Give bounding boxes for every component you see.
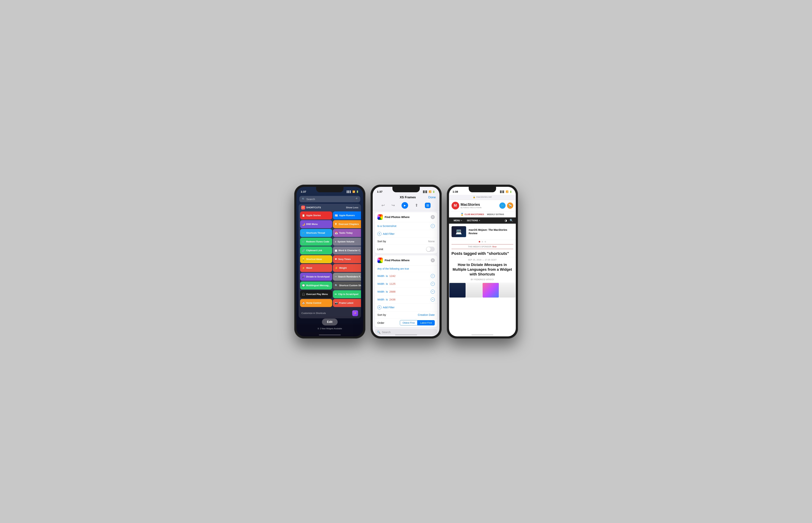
redo-icon[interactable]: ↪ [391, 203, 395, 208]
shortcut-shortcuts-thread[interactable]: 🐦 Shortcuts Thread [300, 229, 332, 237]
widget-header: ⚡ SHORTCUTS Show Less [299, 204, 361, 211]
dot-3[interactable] [484, 241, 486, 242]
club-label: CLUB MACSTORIES [464, 213, 484, 215]
customize-label[interactable]: Customize in Shortcuts [301, 312, 326, 314]
oldest-first-btn[interactable]: Oldest First [400, 320, 418, 325]
wifi-icon-2: 📶 [429, 191, 431, 193]
brightness-icon[interactable]: ◑ [505, 219, 507, 222]
limit-toggle-1[interactable] [426, 247, 435, 252]
shortcut-icon: 🔍 [335, 284, 338, 287]
filter-width-1125[interactable]: Width is 1125 − [375, 280, 437, 288]
search-icon-xs: 🔍 [377, 330, 381, 334]
xs-done-btn[interactable]: Done [428, 196, 436, 199]
add-filter-row-2[interactable]: + Add Filter [375, 304, 437, 311]
shortcut-overcast-chapters[interactable]: 🎙 Overcast Chapters [333, 220, 361, 228]
shortcut-home-control[interactable]: 🏠 Home Control [300, 299, 332, 307]
rss-icon[interactable]: 📡 [507, 202, 513, 209]
share-icon[interactable]: ⬆ [415, 203, 418, 208]
battery-icon-3: 🔋 [509, 191, 512, 193]
order-label: Order [377, 321, 384, 324]
shortcut-label: Tasks Today [339, 232, 353, 234]
limit-label-1: Limit [377, 248, 383, 251]
mic-icon-1: 🎤 [354, 197, 358, 201]
shortcut-icon: ··· [335, 275, 337, 278]
home-indicator-3 [472, 335, 493, 335]
photos-icon-1 [377, 214, 383, 220]
shortcut-dnd-menu[interactable]: 🌙 DND Menu [300, 220, 332, 228]
signal-icon-3: ▌▌▌ [500, 191, 505, 193]
sponsor-link[interactable]: Bear [492, 246, 497, 248]
nav-menu[interactable]: MENU ▼ [452, 217, 465, 224]
shortcut-dictate[interactable]: 🎤 Dictate to Scratchpad [300, 273, 332, 281]
carousel-dots [449, 240, 516, 244]
remove-filter-btn[interactable]: − [431, 274, 435, 278]
shortcut-clipboard-link[interactable]: 🔗 Clipboard Link [300, 247, 332, 254]
sort-row-1[interactable]: Sort by None [375, 238, 437, 245]
show-less-btn[interactable]: Show Less [346, 206, 358, 209]
undo-icon[interactable]: ↩ [382, 203, 385, 208]
status-icons-1: ▌▌▌ 📶 🔋 [347, 191, 359, 193]
article-title[interactable]: How to Dictate iMessages in Multiple Lan… [449, 262, 516, 278]
shortcuts-grid: 📋 Apple Stories 📰 Apple Rumors 🌙 DND Men… [299, 211, 361, 309]
dot-1[interactable] [479, 241, 480, 242]
filter-width-2436[interactable]: Width is 2436 − [375, 296, 437, 304]
shortcut-icon: 🐦 [302, 232, 305, 234]
shortcut-label: DND Menu [306, 223, 318, 226]
club-icon: 🏅 [460, 213, 463, 216]
shortcut-redeem-itunes[interactable]: 🛒 Redeem iTunes Code [300, 238, 332, 246]
sort-row-2[interactable]: Sort by Creation Date [375, 311, 437, 318]
action-close-btn-2[interactable]: ✕ [431, 258, 435, 262]
add-filter-row-1[interactable]: + Add Filter [375, 230, 437, 238]
play-button[interactable]: ▶ [402, 202, 408, 209]
browser-bar[interactable]: 🔒 macstories.net [449, 195, 516, 200]
remove-filter-btn[interactable]: − [431, 290, 435, 294]
search-bar-1[interactable]: 🔍 Search 🎤 [299, 196, 360, 202]
shortcut-waist[interactable]: ⚡ Waist [300, 264, 332, 272]
shortcut-multilingual[interactable]: 💬 Multilingual iMessag... [300, 282, 332, 289]
hero-article[interactable]: 💻 macOS Mojave: The MacStories Review [449, 224, 516, 240]
nav-search-icon[interactable]: 🔍 [510, 219, 513, 222]
xs-search-bar[interactable]: 🔍 Search [375, 329, 437, 335]
action-header-2: Find Photos Where ✕ [375, 255, 437, 266]
ms-promo-bar: 🏅 CLUB MACSTORIES WEEKLY EXTRAS [449, 212, 516, 217]
shortcut-label: Apple Rumors [339, 214, 355, 217]
shortcut-frame-latest[interactable]: 📷 Frame Latest [333, 299, 361, 307]
shortcut-label: Shortcut Custom Sh... [339, 284, 361, 287]
remove-filter-btn[interactable]: − [431, 297, 435, 302]
shortcut-word-character[interactable]: ▦ Word & Character C... [333, 247, 361, 254]
dot-2[interactable] [482, 241, 483, 242]
shortcut-clip-scratchpad[interactable]: ✂ Clip to Scratchpad [333, 290, 361, 298]
nav-sections[interactable]: SECTIONS ▼ [465, 217, 482, 224]
filter-width-2688[interactable]: Width is 2688 − [375, 288, 437, 296]
club-macstories-badge[interactable]: 🏅 CLUB MACSTORIES [460, 213, 484, 216]
ms-logo-name[interactable]: MacStories [461, 202, 482, 207]
shortcut-apple-rumors[interactable]: 📰 Apple Rumors [333, 212, 361, 219]
condition-text: Any of the following are true [375, 266, 437, 272]
shortcut-shortcut-ideas[interactable]: 💡 Shortcut Ideas [300, 255, 332, 263]
action-close-btn-1[interactable]: ✕ [431, 215, 435, 219]
shortcut-custom-sh[interactable]: 🔍 Shortcut Custom Sh... [333, 282, 361, 289]
latest-first-btn[interactable]: Latest First [418, 320, 435, 325]
toggle-view-icon[interactable]: ⊞ [425, 203, 430, 208]
edit-button[interactable]: Edit [322, 319, 337, 325]
shortcut-icon: 📅 [335, 232, 338, 234]
remove-filter-btn[interactable]: − [431, 282, 435, 286]
shortcut-icon: ❤ [335, 258, 337, 261]
shortcut-weight[interactable]: ⚡ Weight [333, 264, 361, 272]
home-indicator-2 [395, 335, 417, 335]
search-icon-1: 🔍 [302, 198, 305, 200]
shortcut-apple-stories[interactable]: 📋 Apple Stories [300, 212, 332, 219]
twitter-icon[interactable]: 🐦 [499, 202, 506, 209]
weekly-extras-badge[interactable]: WEEKLY EXTRAS [487, 213, 504, 215]
phone-2: 1:37 ▌▌▌ 📶 🔋 XS Frames Done ↩ ↪ ▶ ⬆ ⊞ [371, 185, 442, 339]
shortcut-search-reminders[interactable]: ··· Search Reminders F... [333, 273, 361, 281]
filter-width-1242[interactable]: Width is 1242 − [375, 272, 437, 280]
filter-row-1[interactable]: Is a Screenshot − [375, 222, 437, 230]
shortcut-label: Shortcut Ideas [306, 258, 322, 260]
battery-icon-1: 🔋 [356, 191, 359, 193]
remove-filter-btn-1[interactable]: − [431, 224, 435, 228]
shortcut-overcast-play[interactable]: 🎧 Overcast Play Menu [300, 290, 332, 298]
shortcut-sexy-times[interactable]: ❤ Sexy Times [333, 255, 361, 263]
shortcut-tasks-today[interactable]: 📅 Tasks Today [333, 229, 361, 237]
shortcut-system-volume[interactable]: ≡ System Volume [333, 238, 361, 246]
